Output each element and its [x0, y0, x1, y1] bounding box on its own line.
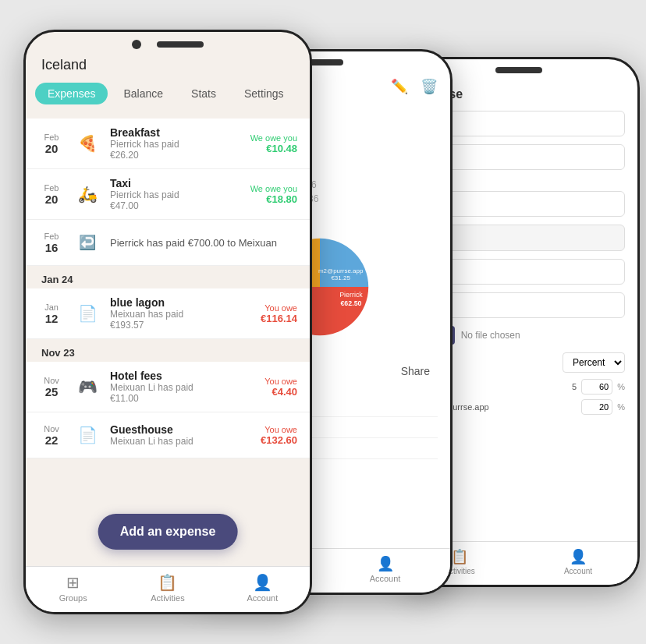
tab-stats[interactable]: Stats [179, 83, 229, 104]
svg-text:€62.50: €62.50 [340, 299, 361, 307]
tab-balance[interactable]: Balance [111, 83, 176, 104]
expense-taxi[interactable]: Feb 20 🛵 Taxi Pierrick has paid €47.00 W… [26, 169, 310, 220]
nav-activities[interactable]: 📋 Activities [120, 573, 215, 603]
nav-groups[interactable]: ⊞ Groups [26, 573, 120, 603]
delete-button[interactable]: 🗑️ [421, 78, 438, 95]
main-phone: Iceland Expenses Balance Stats Settings … [23, 30, 312, 614]
main-notch [26, 32, 310, 54]
guesthouse-info: Guesthouse Meixuan Li has paid [110, 423, 253, 447]
mid-nav-account[interactable]: 👤 Account [320, 555, 450, 583]
expense-hotelfees[interactable]: Nov 25 🎮 Hotel fees Meixuan Li has paid … [26, 362, 310, 412]
hotelfees-info: Hotel fees Meixuan Li has paid €11.00 [110, 370, 257, 404]
guesthouse-amount: You owe €132.60 [261, 425, 297, 446]
svg-text:€31.25: €31.25 [331, 274, 350, 281]
person-1-sign: % [617, 402, 625, 412]
right-activities-icon: 📋 [451, 548, 468, 565]
expenses-list: Feb 20 🍕 Breakfast Pierrick has paid €26… [26, 108, 310, 544]
svg-text:Pierrick: Pierrick [339, 291, 363, 299]
bluelagon-date: Jan 12 [38, 303, 65, 325]
hotelfees-date: Nov 25 [38, 376, 65, 398]
main-bottom-nav: ⊞ Groups 📋 Activities 👤 Account [26, 566, 310, 612]
tab-expenses[interactable]: Expenses [35, 83, 108, 104]
person-0-sign: % [617, 382, 625, 391]
transfer-text: Pierrick has paid €700.00 to Meixuan [110, 237, 297, 249]
person-0-sub: 5 [553, 382, 577, 391]
taxi-info: Taxi Pierrick has paid €47.00 [110, 177, 243, 211]
bluelagon-info: blue lagon Meixuan has paid €193.57 [110, 296, 253, 331]
section-feb20 [26, 108, 310, 119]
right-nav-account[interactable]: 👤 Account [519, 548, 637, 575]
transfer-item[interactable]: Feb 16 ↩️ Pierrick has paid €700.00 to M… [26, 220, 310, 266]
nav-account[interactable]: 👤 Account [215, 573, 310, 603]
person-0-percent[interactable] [581, 379, 612, 395]
person-1-percent[interactable] [581, 399, 612, 415]
file-label: No file chosen [461, 330, 520, 341]
svg-text:m2@purrse.app: m2@purrse.app [318, 267, 364, 274]
right-speaker [495, 67, 542, 73]
guesthouse-date: Nov 22 [38, 424, 65, 447]
groups-label: Groups [59, 593, 87, 603]
expense-bluelagon[interactable]: Jan 12 📄 blue lagon Meixuan has paid €19… [26, 288, 310, 339]
add-expense-fab[interactable]: Add an expense [98, 514, 238, 550]
mid-account-icon: 👤 [377, 555, 394, 572]
activities-label: Activities [151, 593, 184, 603]
right-account-icon: 👤 [570, 548, 587, 565]
breakfast-icon: 🍕 [73, 129, 102, 158]
guesthouse-icon: 📄 [73, 420, 102, 450]
breakfast-date: Feb 20 [38, 133, 65, 155]
activities-icon: 📋 [158, 573, 177, 592]
camera-dot [132, 40, 141, 49]
main-speaker [157, 41, 204, 48]
tab-bar: Expenses Balance Stats Settings [26, 80, 310, 108]
transfer-date: Feb 16 [38, 232, 65, 254]
taxi-date: Feb 20 [38, 183, 65, 206]
account-icon: 👤 [253, 573, 272, 592]
section-jan24: Jan 24 [26, 266, 310, 288]
transfer-icon: ↩️ [73, 228, 102, 257]
bluelagon-amount: You owe €116.14 [261, 303, 297, 324]
tab-settings[interactable]: Settings [232, 83, 296, 104]
bluelagon-icon: 📄 [73, 299, 102, 328]
groups-icon: ⊞ [66, 573, 80, 592]
main-header: Iceland [26, 54, 310, 80]
hotelfees-amount: You owe €4.40 [264, 377, 297, 398]
edit-button[interactable]: ✏️ [391, 78, 408, 95]
expense-breakfast[interactable]: Feb 20 🍕 Breakfast Pierrick has paid €26… [26, 119, 310, 169]
account-label: Account [247, 593, 278, 603]
right-account-label: Account [564, 567, 592, 575]
mid-account-label: Account [370, 574, 401, 583]
breakfast-info: Breakfast Pierrick has paid €26.20 [110, 126, 243, 161]
group-title: Iceland [41, 57, 294, 73]
expense-guesthouse[interactable]: Nov 22 📄 Guesthouse Meixuan Li has paid … [26, 412, 310, 458]
taxi-icon: 🛵 [73, 179, 102, 209]
hotelfees-icon: 🎮 [73, 372, 102, 402]
breakfast-amount: We owe you €10.48 [250, 133, 297, 154]
taxi-amount: We owe you €18.80 [250, 184, 297, 205]
split-type-select[interactable]: Percent [563, 352, 625, 373]
section-nov23: Nov 23 [26, 339, 310, 362]
